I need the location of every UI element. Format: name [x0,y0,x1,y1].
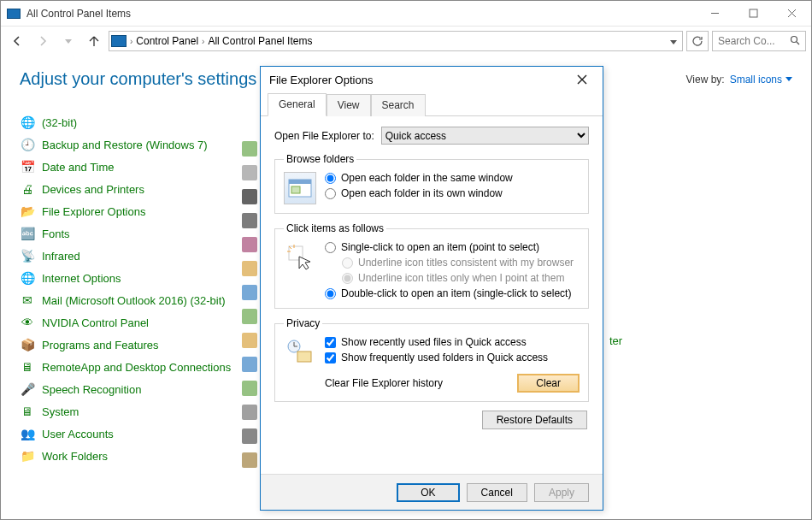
window-titlebar: All Control Panel Items [1,1,811,27]
recent-dropdown[interactable] [57,30,79,52]
item-label: Date and Time [42,161,115,174]
item-icon: 🔤 [20,226,35,241]
item-label: Devices and Printers [42,183,144,196]
group-legend: Browse folders [284,153,356,165]
item-icon: 🖨 [20,181,35,197]
open-to-select[interactable]: Quick access [381,127,589,145]
partial-icon [242,428,257,444]
dialog-titlebar: File Explorer Options [261,67,603,92]
checkbox-frequent-folders[interactable]: Show frequently used folders in Quick ac… [325,352,548,363]
tab-search[interactable]: Search [371,94,426,116]
item-icon: ✉ [20,292,35,308]
partial-icon [242,405,257,420]
clear-history-label: Clear File Explorer history [325,377,443,389]
chevron-right-icon[interactable] [130,37,132,46]
control-panel-icon [111,35,127,47]
click-items-group: Click items as follows Single-click to o… [274,222,589,309]
up-button[interactable] [83,30,105,52]
item-icon: 📡 [20,248,35,263]
svg-rect-9 [289,180,311,184]
chevron-down-icon [786,77,792,81]
search-placeholder: Search Co... [718,35,775,47]
breadcrumb[interactable]: All Control Panel Items [208,35,312,47]
dialog-button-row: OK Cancel Apply [261,474,603,510]
open-to-label: Open File Explorer to: [274,130,374,142]
partial-icon [242,381,257,396]
breadcrumb-label: Control Panel [136,35,198,47]
view-by-value: Small icons [730,74,782,86]
radio-same-window[interactable]: Open each folder in the same window [325,172,513,184]
clear-button[interactable]: Clear [517,374,580,393]
close-button[interactable] [773,1,811,27]
page-title: Adjust your computer's settings [20,69,256,89]
partial-icon [242,357,257,372]
cancel-button[interactable]: Cancel [467,483,527,502]
address-dropdown[interactable] [670,35,680,47]
folder-window-icon [284,172,316,204]
chevron-right-icon[interactable] [202,37,204,46]
item-icon: 📁 [20,448,35,464]
restore-defaults-button[interactable]: Restore Defaults [482,411,587,429]
ok-button[interactable]: OK [397,483,459,502]
radio-double-click[interactable]: Double-click to open an item (single-cli… [325,287,574,299]
radio-single-click[interactable]: Single-click to open an item (point to s… [325,241,574,253]
item-label: RemoteApp and Desktop Connections [42,361,231,374]
item-icon: 🖥 [20,359,35,375]
radio-own-window[interactable]: Open each folder in its own window [325,187,513,199]
browse-folders-group: Browse folders Open each folder in the s… [274,153,589,214]
dialog-body: Open File Explorer to: Quick access Brow… [261,116,603,474]
radio-underline-browser: Underline icon titles consistent with my… [325,257,574,269]
item-icon: 📦 [20,337,35,352]
item-label: Infrared [42,250,80,263]
item-icon: 🎤 [20,381,35,397]
item-label: Backup and Restore (Windows 7) [42,139,208,151]
breadcrumb[interactable]: Control Panel [136,35,198,47]
item-label: Programs and Features [42,339,159,352]
partial-icon [242,213,257,228]
privacy-group: Privacy Show recently used files in Quic… [274,317,589,402]
nav-toolbar: Control Panel All Control Panel Items Se… [1,27,811,56]
maximize-button[interactable] [734,1,773,27]
refresh-button[interactable] [686,31,709,51]
item-label: Speech Recognition [42,383,141,396]
breadcrumb-label: All Control Panel Items [208,35,312,47]
partial-icon-column [242,141,261,468]
dialog-close-button[interactable] [570,70,594,89]
partial-icon [242,285,257,300]
cursor-click-icon [284,241,316,274]
svg-point-4 [791,36,797,42]
item-icon: 📅 [20,159,35,174]
svg-line-5 [797,42,799,44]
item-label: User Accounts [42,428,114,440]
item-icon: 🕘 [20,137,35,152]
view-by-control: View by: Small icons [686,74,793,86]
privacy-icon [284,336,316,369]
search-input[interactable]: Search Co... [712,31,806,51]
address-bar[interactable]: Control Panel All Control Panel Items [109,31,683,51]
item-label: Mail (Microsoft Outlook 2016) (32-bit) [42,294,226,307]
partial-icon [242,189,257,204]
item-label: NVIDIA Control Panel [42,316,149,329]
back-button[interactable] [6,30,28,52]
tab-general[interactable]: General [268,93,327,116]
minimize-button[interactable] [696,1,734,27]
view-by-dropdown[interactable]: Small icons [730,74,792,86]
item-icon: 📂 [20,204,35,219]
dialog-title: File Explorer Options [269,74,373,86]
view-by-label: View by: [686,74,725,86]
radio-underline-point: Underline icon titles only when I point … [325,272,574,284]
checkbox-recent-files[interactable]: Show recently used files in Quick access [325,336,548,348]
apply-button[interactable]: Apply [534,483,589,502]
item-label: (32-bit) [42,116,77,129]
item-label: File Explorer Options [42,205,145,218]
forward-button[interactable] [32,30,54,52]
item-icon: 👥 [20,426,35,441]
partial-icon [242,261,257,276]
item-label: Fonts [42,228,70,240]
tab-view[interactable]: View [327,94,371,116]
partial-icon [242,333,257,348]
partial-icon [242,452,257,468]
partial-text: ter [609,334,622,347]
item-label: Work Folders [42,450,108,463]
search-icon [790,35,800,48]
